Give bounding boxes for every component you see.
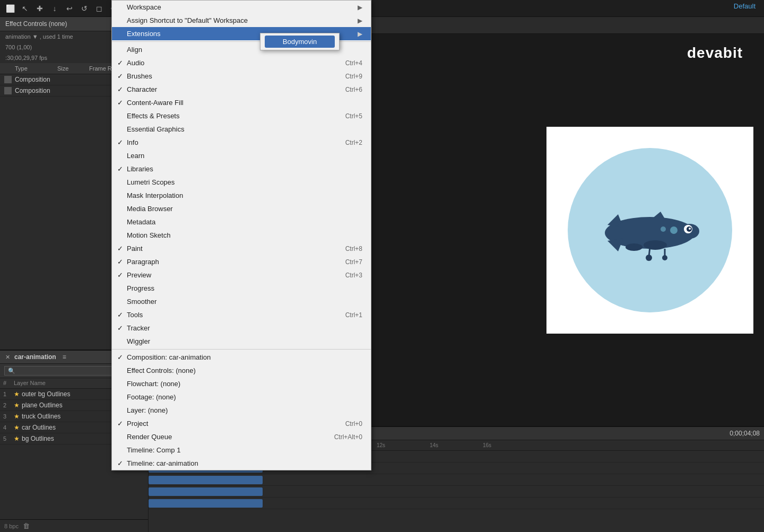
- menu-item-smoother[interactable]: Smoother: [112, 295, 371, 308]
- menu-item-effect-controls[interactable]: Effect Controls: (none): [112, 364, 371, 377]
- menu-item-project[interactable]: ✓ Project Ctrl+0: [112, 417, 371, 430]
- menu-item-mask-interpolation[interactable]: Mask Interpolation: [112, 189, 371, 202]
- menu-item-label: Essential Graphics: [127, 125, 184, 133]
- check-icon: ✓: [117, 138, 123, 146]
- shortcut-label: Ctrl+0: [329, 420, 362, 428]
- window-menu: Workspace ▶ Assign Shortcut to "Default"…: [111, 0, 371, 470]
- check-icon: ✓: [117, 72, 123, 80]
- shortcut-label: Ctrl+8: [329, 245, 362, 252]
- menu-item-media-browser[interactable]: Media Browser: [112, 202, 371, 215]
- shortcut-label: Ctrl+3: [329, 272, 362, 279]
- shortcut-label: Ctrl+2: [329, 139, 362, 146]
- menu-item-label: Assign Shortcut to "Default" Workspace: [127, 16, 248, 24]
- shortcut-label: Ctrl+9: [329, 73, 362, 80]
- menu-item-label: Composition: car-animation: [127, 353, 211, 361]
- shortcut-label: Ctrl+Alt+0: [318, 433, 362, 441]
- menu-item-label: Preview: [127, 271, 151, 279]
- menu-item-composition-car-animation[interactable]: ✓ Composition: car-animation: [112, 351, 371, 364]
- menu-item-tools[interactable]: ✓ Tools Ctrl+1: [112, 308, 371, 321]
- menu-item-learn[interactable]: Learn: [112, 149, 371, 162]
- shortcut-label: Ctrl+5: [329, 112, 362, 120]
- shortcut-label: Ctrl+4: [329, 59, 362, 67]
- menu-item-label: Content-Aware Fill: [127, 99, 184, 107]
- arrow-icon: ▶: [358, 4, 362, 11]
- arrow-icon: ▶: [358, 30, 362, 38]
- menu-item-label: Wiggler: [127, 337, 150, 345]
- menu-item-label: Motion Sketch: [127, 231, 170, 239]
- menu-item-workspace[interactable]: Workspace ▶: [112, 1, 371, 14]
- menu-item-label: Extensions: [127, 30, 161, 38]
- menu-item-label: Effect Controls: (none): [127, 367, 196, 374]
- menu-item-progress[interactable]: Progress: [112, 282, 371, 295]
- check-icon: ✓: [117, 420, 123, 428]
- menu-item-layer[interactable]: Layer: (none): [112, 404, 371, 417]
- extensions-submenu: Bodymovin: [260, 33, 340, 50]
- menu-item-label: Timeline: car-animation: [127, 459, 198, 467]
- menu-item-character[interactable]: ✓ Character Ctrl+6: [112, 83, 371, 96]
- check-icon: ✓: [117, 324, 123, 332]
- check-icon: ✓: [117, 59, 123, 67]
- check-icon: ✓: [117, 353, 123, 361]
- check-icon: ✓: [117, 85, 123, 93]
- menu-item-label: Learn: [127, 152, 144, 160]
- menu-item-label: Character: [127, 85, 157, 93]
- check-icon: ✓: [117, 459, 123, 467]
- menu-item-timeline-car-animation[interactable]: ✓ Timeline: car-animation: [112, 457, 371, 470]
- check-icon: ✓: [117, 99, 123, 107]
- menu-item-label: Progress: [127, 284, 154, 292]
- menu-item-label: Render Queue: [127, 433, 172, 441]
- menu-item-paint[interactable]: ✓ Paint Ctrl+8: [112, 242, 371, 255]
- menu-item-metadata[interactable]: Metadata: [112, 215, 371, 229]
- menu-item-content-aware-fill[interactable]: ✓ Content-Aware Fill: [112, 96, 371, 109]
- menu-item-label: Lumetri Scopes: [127, 178, 175, 186]
- check-icon: ✓: [117, 245, 123, 252]
- menu-item-wiggler[interactable]: Wiggler: [112, 335, 371, 348]
- menu-item-label: Metadata: [127, 218, 155, 226]
- menu-item-effects-presets[interactable]: Effects & Presets Ctrl+5: [112, 109, 371, 123]
- menu-item-label: Libraries: [127, 165, 153, 173]
- menu-item-label: Mask Interpolation: [127, 191, 183, 199]
- check-icon: ✓: [117, 271, 123, 279]
- menu-item-audio[interactable]: ✓ Audio Ctrl+4: [112, 56, 371, 69]
- menu-item-label: Timeline: Comp 1: [127, 446, 180, 454]
- shortcut-label: Ctrl+1: [329, 311, 362, 319]
- check-icon: ✓: [117, 258, 123, 266]
- menu-item-info[interactable]: ✓ Info Ctrl+2: [112, 136, 371, 149]
- menu-item-assign-shortcut[interactable]: Assign Shortcut to "Default" Workspace ▶: [112, 14, 371, 27]
- menu-item-preview[interactable]: ✓ Preview Ctrl+3: [112, 268, 371, 282]
- arrow-icon: ▶: [358, 17, 362, 24]
- menu-item-label: Info: [127, 138, 138, 146]
- menu-item-label: Paint: [127, 245, 143, 252]
- menu-item-timeline-comp1[interactable]: Timeline: Comp 1: [112, 443, 371, 457]
- menu-item-label: Smoother: [127, 298, 157, 306]
- shortcut-label: Ctrl+6: [329, 86, 362, 93]
- menu-item-label: Footage: (none): [127, 393, 176, 401]
- menu-item-label: Tools: [127, 311, 143, 319]
- check-icon: ✓: [117, 311, 123, 319]
- menu-item-footage[interactable]: Footage: (none): [112, 390, 371, 404]
- menu-item-label: Layer: (none): [127, 406, 168, 414]
- dropdown-overlay[interactable]: Workspace ▶ Assign Shortcut to "Default"…: [0, 0, 764, 532]
- menu-item-paragraph[interactable]: ✓ Paragraph Ctrl+7: [112, 255, 371, 268]
- check-icon: ✓: [117, 165, 123, 173]
- menu-item-essential-graphics[interactable]: Essential Graphics: [112, 123, 371, 136]
- menu-item-flowchart[interactable]: Flowchart: (none): [112, 377, 371, 390]
- menu-item-motion-sketch[interactable]: Motion Sketch: [112, 229, 371, 242]
- menu-divider: [112, 349, 371, 350]
- menu-item-label: Brushes: [127, 72, 152, 80]
- menu-item-label: Effects & Presets: [127, 112, 179, 120]
- menu-item-brushes[interactable]: ✓ Brushes Ctrl+9: [112, 69, 371, 83]
- shortcut-label: Ctrl+7: [329, 258, 362, 266]
- menu-item-tracker[interactable]: ✓ Tracker: [112, 321, 371, 335]
- bodymovin-button[interactable]: Bodymovin: [265, 36, 335, 48]
- menu-item-render-queue[interactable]: Render Queue Ctrl+Alt+0: [112, 430, 371, 443]
- menu-item-label: Paragraph: [127, 258, 159, 266]
- menu-item-lumetri-scopes[interactable]: Lumetri Scopes: [112, 176, 371, 189]
- menu-item-label: Tracker: [127, 324, 150, 332]
- menu-item-label: Workspace: [127, 3, 161, 11]
- menu-item-label: Media Browser: [127, 205, 173, 213]
- menu-item-label: Flowchart: (none): [127, 380, 180, 388]
- menu-item-label: Project: [127, 420, 148, 428]
- menu-item-libraries[interactable]: ✓ Libraries: [112, 162, 371, 176]
- menu-item-label: Align: [127, 46, 142, 54]
